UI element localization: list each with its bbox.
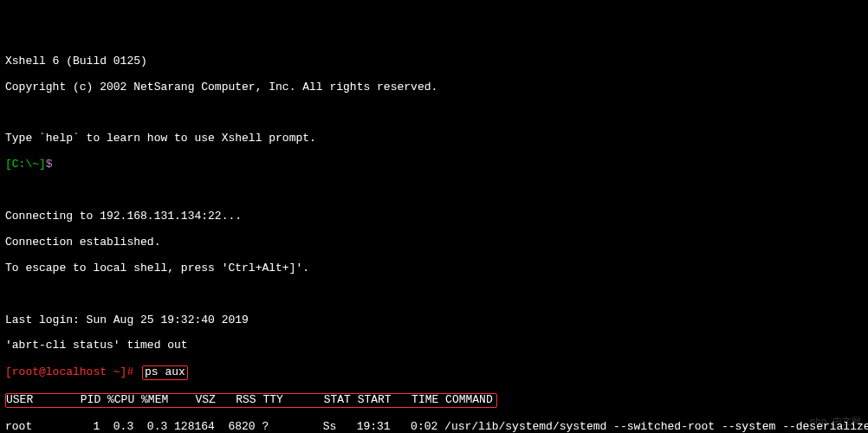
command-highlight: ps aux xyxy=(142,365,188,380)
local-prompt[interactable]: [C:\~]$ xyxy=(5,158,863,171)
ps-header-line: USER PID %CPU %MEM VSZ RSS TTY STAT STAR… xyxy=(5,393,863,408)
local-prompt-dollar: $ xyxy=(46,158,53,171)
tip-line: Type `help` to learn how to use Xshell p… xyxy=(5,132,863,145)
lastlogin-line: Last login: Sun Aug 25 19:32:40 2019 xyxy=(5,314,863,327)
local-prompt-path: [C:\~] xyxy=(5,158,46,171)
connecting-line: Connecting to 192.168.131.134:22... xyxy=(5,210,863,223)
established-line: Connection established. xyxy=(5,236,863,249)
ps-rows-container: root 1 0.3 0.3 128164 6820 ? Ss 19:31 0:… xyxy=(5,421,863,433)
ps-header: USER PID %CPU %MEM VSZ RSS TTY STAT STAR… xyxy=(5,393,497,408)
timedout-line: 'abrt-cli status' timed out xyxy=(5,339,863,352)
ps-row: root 1 0.3 0.3 128164 6820 ? Ss 19:31 0:… xyxy=(5,421,863,433)
escape-line: To escape to local shell, press 'Ctrl+Al… xyxy=(5,262,863,275)
blank-line-3 xyxy=(5,288,863,301)
blank-line xyxy=(5,107,863,120)
shell-prompt: [root@localhost ~]# xyxy=(5,365,133,378)
shell-prompt-line[interactable]: [root@localhost ~]# ps aux xyxy=(5,365,863,380)
blank-line-2 xyxy=(5,184,863,197)
banner-title: Xshell 6 (Build 0125) xyxy=(5,55,863,68)
watermark: php 中文网 xyxy=(810,417,861,428)
banner-copyright: Copyright (c) 2002 NetSarang Computer, I… xyxy=(5,81,863,94)
